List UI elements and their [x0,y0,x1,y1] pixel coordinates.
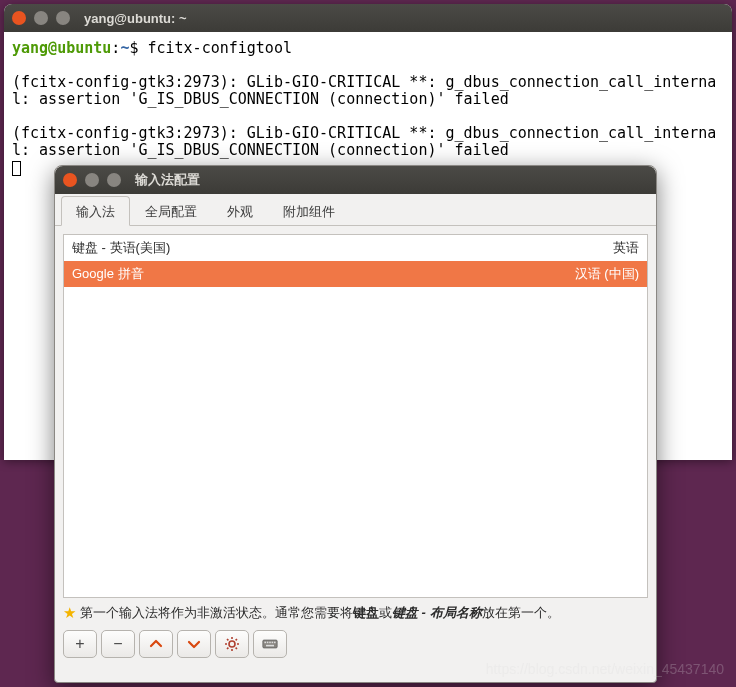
close-icon[interactable] [12,11,26,25]
minimize-icon[interactable] [85,173,99,187]
minimize-icon[interactable] [34,11,48,25]
command-text: fcitx-configtool [147,39,292,57]
tab-addons[interactable]: 附加组件 [268,196,350,225]
svg-rect-3 [267,642,269,644]
svg-rect-4 [269,642,271,644]
move-down-button[interactable] [177,630,211,658]
close-icon[interactable] [63,173,77,187]
tab-global-config[interactable]: 全局配置 [130,196,212,225]
im-name: Google 拼音 [72,265,144,283]
prompt-user: yang@ubuntu [12,39,111,57]
keyboard-icon [262,636,278,652]
tab-input-method[interactable]: 输入法 [61,196,130,226]
svg-rect-2 [264,642,266,644]
output-line-2: (fcitx-config-gtk3:2973): GLib-GIO-CRITI… [12,124,716,159]
hint-text: 第一个输入法将作为非激活状态。通常您需要将键盘或键盘 - 布局名称放在第一个。 [80,604,560,622]
im-lang: 汉语 (中国) [575,265,639,283]
terminal-cursor [12,161,21,176]
chevron-down-icon [186,636,202,652]
terminal-titlebar: yang@ubuntu: ~ [4,4,732,32]
star-icon: ★ [63,604,76,622]
toolbar: + − [55,626,656,666]
minus-icon: − [113,635,122,653]
gear-icon [224,636,240,652]
maximize-icon[interactable] [56,11,70,25]
input-method-list[interactable]: 键盘 - 英语(美国) 英语 Google 拼音 汉语 (中国) [63,234,648,598]
terminal-title: yang@ubuntu: ~ [84,11,187,26]
config-window: 输入法配置 输入法 全局配置 外观 附加组件 键盘 - 英语(美国) 英语 Go… [54,165,657,683]
config-title: 输入法配置 [135,171,200,189]
maximize-icon[interactable] [107,173,121,187]
remove-button[interactable]: − [101,630,135,658]
add-button[interactable]: + [63,630,97,658]
svg-rect-5 [272,642,274,644]
move-up-button[interactable] [139,630,173,658]
output-line-1: (fcitx-config-gtk3:2973): GLib-GIO-CRITI… [12,73,716,108]
list-item[interactable]: Google 拼音 汉语 (中国) [64,261,647,287]
svg-rect-6 [274,642,276,644]
prompt-dollar: $ [129,39,147,57]
tab-appearance[interactable]: 外观 [212,196,268,225]
svg-rect-7 [266,645,274,647]
svg-rect-1 [263,640,277,648]
settings-button[interactable] [215,630,249,658]
hint-bar: ★ 第一个输入法将作为非激活状态。通常您需要将键盘或键盘 - 布局名称放在第一个… [55,602,656,626]
plus-icon: + [75,635,84,653]
im-name: 键盘 - 英语(美国) [72,239,170,257]
config-titlebar: 输入法配置 [55,166,656,194]
im-lang: 英语 [613,239,639,257]
chevron-up-icon [148,636,164,652]
list-item[interactable]: 键盘 - 英语(美国) 英语 [64,235,647,261]
tab-bar: 输入法 全局配置 外观 附加组件 [55,194,656,226]
keyboard-button[interactable] [253,630,287,658]
svg-point-0 [229,641,235,647]
